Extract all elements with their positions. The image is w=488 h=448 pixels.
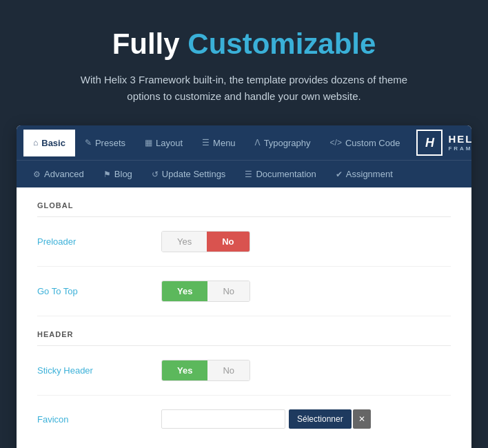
tab-basic[interactable]: ⌂ Basic xyxy=(23,130,75,156)
hero-title-plain: Fully xyxy=(112,28,180,60)
tab-documentation[interactable]: ☰ Documentation xyxy=(235,161,325,187)
code-icon: </> xyxy=(330,138,342,147)
go-to-top-no-button[interactable]: No xyxy=(207,281,250,301)
tab-blog-label: Blog xyxy=(114,169,132,179)
tab-layout[interactable]: ▦ Layout xyxy=(135,130,192,156)
helix-logo: H HELIX3 FRAMEWORK xyxy=(409,125,471,160)
preloader-label: Preloader xyxy=(37,236,161,247)
tab-advanced-label: Advanced xyxy=(44,169,84,179)
preloader-toggle: Yes No xyxy=(161,231,250,252)
go-to-top-field-row: Go To Top Yes No xyxy=(37,281,451,316)
nav-bottom: ⚙ Advanced ⚑ Blog ↺ Update Settings ☰ Do… xyxy=(17,161,471,187)
sticky-header-no-button[interactable]: No xyxy=(207,360,250,380)
hero-title: Fully Customizable xyxy=(14,28,474,61)
pencil-icon: ✎ xyxy=(85,138,92,147)
sticky-header-toggle: Yes No xyxy=(161,360,250,381)
tab-menu[interactable]: ☰ Menu xyxy=(192,130,245,156)
flag-icon: ⚑ xyxy=(103,170,111,179)
content-area: GLOBAL Preloader Yes No Go To Top Yes No… xyxy=(17,187,471,448)
preloader-yes-button[interactable]: Yes xyxy=(162,232,207,252)
preloader-field-row: Preloader Yes No xyxy=(37,231,451,267)
home-icon: ⌂ xyxy=(33,138,38,147)
tab-layout-label: Layout xyxy=(156,138,183,148)
tab-typography-label: Typography xyxy=(264,138,311,148)
go-to-top-toggle: Yes No xyxy=(161,281,250,302)
tab-documentation-label: Documentation xyxy=(256,169,316,179)
tab-update-settings-label: Update Settings xyxy=(162,169,226,179)
favicon-input[interactable] xyxy=(161,409,285,429)
nav-tabs-top: ⌂ Basic ✎ Presets ▦ Layout ☰ Menu Λ xyxy=(23,130,409,156)
nav-top: ⌂ Basic ✎ Presets ▦ Layout ☰ Menu Λ xyxy=(17,125,471,161)
tab-menu-label: Menu xyxy=(213,138,236,148)
favicon-field-row: Favicon Sélectionner ✕ xyxy=(37,409,451,436)
hero-title-accent: Customizable xyxy=(187,28,376,60)
sticky-header-field-row: Sticky Header Yes No xyxy=(37,360,451,396)
menu-icon: ☰ xyxy=(202,138,210,147)
tab-assignment-label: Assignment xyxy=(346,169,393,179)
tab-assignment[interactable]: ✔ Assignment xyxy=(326,161,403,187)
helix-logo-text: HELIX3 FRAMEWORK xyxy=(448,133,471,152)
nav-tabs-bottom: ⚙ Advanced ⚑ Blog ↺ Update Settings ☰ Do… xyxy=(23,161,403,187)
sticky-header-yes-button[interactable]: Yes xyxy=(162,360,207,380)
sticky-header-label: Sticky Header xyxy=(37,365,161,376)
doc-icon: ☰ xyxy=(245,170,252,179)
favicon-label: Favicon xyxy=(37,414,161,425)
favicon-select-button[interactable]: Sélectionner xyxy=(289,409,352,429)
global-section-title: GLOBAL xyxy=(37,201,451,217)
helix-logo-symbol: H xyxy=(425,136,434,150)
preloader-no-button[interactable]: No xyxy=(207,232,249,252)
tab-blog[interactable]: ⚑ Blog xyxy=(94,161,142,187)
favicon-clear-button[interactable]: ✕ xyxy=(353,409,371,429)
check-icon: ✔ xyxy=(336,170,343,179)
helix-sub: FRAMEWORK xyxy=(448,145,471,152)
tab-update-settings[interactable]: ↺ Update Settings xyxy=(142,161,236,187)
nav-bar: ⌂ Basic ✎ Presets ▦ Layout ☰ Menu Λ xyxy=(17,125,471,187)
tab-advanced[interactable]: ⚙ Advanced xyxy=(23,161,94,187)
hero-subtitle: With Helix 3 Framework built-in, the tem… xyxy=(72,72,416,105)
go-to-top-yes-button[interactable]: Yes xyxy=(162,281,207,301)
tab-custom-code-label: Custom Code xyxy=(345,138,400,148)
helix-name: HELIX3 xyxy=(448,133,471,145)
gear-icon: ⚙ xyxy=(33,170,41,179)
tab-basic-label: Basic xyxy=(41,138,65,148)
header-section-title: HEADER xyxy=(37,330,451,346)
refresh-icon: ↺ xyxy=(152,170,159,179)
tab-presets[interactable]: ✎ Presets xyxy=(75,130,135,156)
typography-icon: Λ xyxy=(255,138,261,147)
go-to-top-label: Go To Top xyxy=(37,286,161,296)
panel: ⌂ Basic ✎ Presets ▦ Layout ☰ Menu Λ xyxy=(17,125,471,448)
tab-presets-label: Presets xyxy=(95,138,125,148)
helix-logo-box: H xyxy=(416,130,443,156)
tab-typography[interactable]: Λ Typography xyxy=(245,130,321,156)
layout-icon: ▦ xyxy=(145,138,152,147)
tab-custom-code[interactable]: </> Custom Code xyxy=(321,130,410,156)
hero-section: Fully Customizable With Helix 3 Framewor… xyxy=(0,0,488,125)
